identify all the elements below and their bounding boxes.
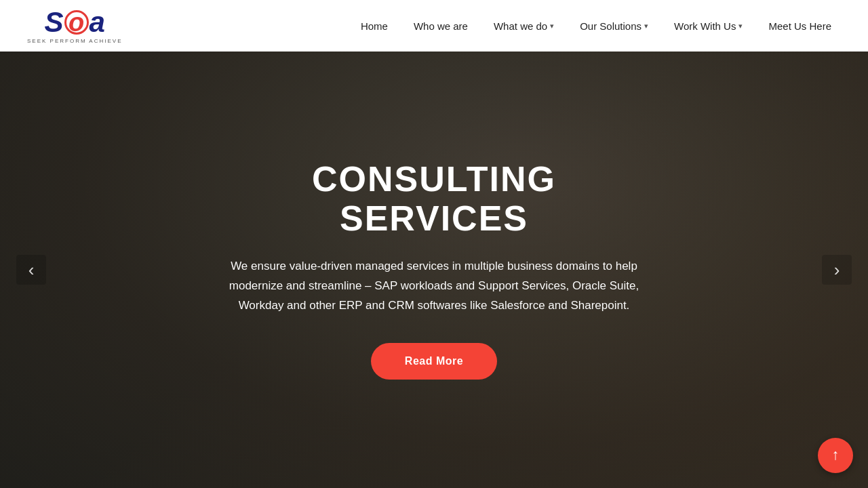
work-with-us-chevron-icon: ▾ [738, 22, 743, 30]
our-solutions-chevron-icon: ▾ [644, 22, 648, 30]
hero-title: CONSULTING SERVICES [217, 160, 651, 237]
hero-section: ‹ CONSULTING SERVICES We ensure value-dr… [0, 52, 868, 488]
hero-description: We ensure value-driven managed services … [217, 257, 651, 316]
carousel-next-button[interactable]: › [822, 255, 852, 285]
scroll-up-icon: ↑ [832, 447, 840, 462]
logo-tagline: SEEK PERFORM ACHIEVE [27, 38, 122, 44]
nav-our-solutions[interactable]: Our Solutions ▾ [570, 15, 658, 37]
read-more-button[interactable]: Read More [371, 343, 497, 380]
nav-work-with-us[interactable]: Work With Us ▾ [665, 15, 752, 37]
main-nav: Home Who we are What we do ▾ Our Solutio… [351, 15, 841, 37]
what-we-do-chevron-icon: ▾ [550, 22, 554, 30]
scroll-to-top-button[interactable]: ↑ [818, 438, 853, 473]
nav-who-we-are[interactable]: Who we are [404, 15, 477, 37]
logo-letters: Soa [45, 8, 105, 37]
nav-what-we-do[interactable]: What we do ▾ [484, 15, 564, 37]
hero-content: CONSULTING SERVICES We ensure value-driv… [190, 160, 678, 379]
nav-home[interactable]: Home [351, 15, 397, 37]
header: Soa SEEK PERFORM ACHIEVE Home Who we are… [0, 0, 868, 52]
logo[interactable]: Soa SEEK PERFORM ACHIEVE [27, 8, 122, 44]
nav-meet-us-here[interactable]: Meet Us Here [759, 15, 841, 37]
carousel-prev-button[interactable]: ‹ [16, 255, 46, 285]
